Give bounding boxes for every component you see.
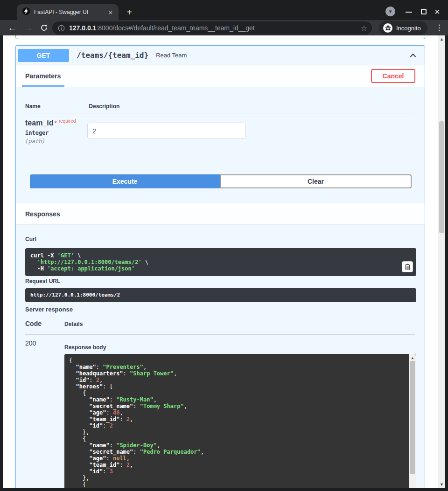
chrome-profile-chevron-icon[interactable]: ▾ bbox=[385, 7, 395, 16]
tab-parameters[interactable]: Parameters bbox=[25, 72, 61, 80]
cancel-button[interactable]: Cancel bbox=[371, 69, 415, 83]
tab-title: FastAPI - Swagger UI bbox=[34, 9, 102, 15]
previous-operation-block-edge bbox=[15, 35, 425, 39]
response-json: { "name": "Preventers", "headquarters": … bbox=[69, 357, 404, 488]
http-method-badge: GET bbox=[18, 49, 69, 62]
team-id-input[interactable] bbox=[87, 123, 246, 139]
responses-section-header: Responses bbox=[16, 203, 425, 225]
maximize-button[interactable] bbox=[421, 9, 427, 14]
parameters-tab-label: Parameters bbox=[25, 72, 61, 80]
copy-to-clipboard-button[interactable] bbox=[402, 261, 413, 272]
execute-row: Execute Clear bbox=[30, 174, 412, 188]
new-tab-button[interactable]: + bbox=[123, 6, 135, 18]
parameters-section-header: Parameters Cancel bbox=[16, 65, 425, 87]
clear-button[interactable]: Clear bbox=[220, 174, 412, 188]
back-button[interactable]: ← bbox=[5, 20, 20, 35]
required-asterisk: * bbox=[54, 119, 56, 127]
swagger-page: GET /teams/{team_id} Read Team Parameter… bbox=[3, 35, 438, 488]
request-url-value: http://127.0.0.1:8000/teams/2 bbox=[30, 292, 120, 298]
incognito-icon bbox=[383, 23, 392, 33]
response-body-label: Response body bbox=[64, 344, 106, 351]
address-bar[interactable]: 127.0.0.1:8000/docs#/default/read_team_t… bbox=[52, 21, 372, 35]
forward-button[interactable]: → bbox=[21, 20, 36, 35]
page-scrollbar[interactable]: ▲ ▼ bbox=[438, 35, 445, 488]
response-scrollbar-thumb[interactable] bbox=[410, 361, 415, 474]
parameter-location: (path) bbox=[25, 138, 86, 145]
code-column-header: Code bbox=[25, 320, 42, 327]
page-scroll-down-icon[interactable]: ▼ bbox=[438, 482, 445, 487]
curl-command-block: curl -X 'GET' \ 'http://127.0.0.1:8000/t… bbox=[25, 248, 416, 276]
browser-menu-icon[interactable]: ⋮ bbox=[433, 20, 445, 35]
active-tab-underline bbox=[22, 85, 64, 87]
response-table-divider bbox=[25, 334, 415, 335]
response-body-block: { "name": "Preventers", "headquarters": … bbox=[64, 354, 416, 488]
site-info-icon[interactable] bbox=[58, 25, 65, 32]
page-scroll-up-icon[interactable]: ▲ bbox=[438, 37, 445, 41]
status-code: 200 bbox=[25, 339, 36, 347]
incognito-badge: Incognito bbox=[379, 21, 427, 35]
tab-close-icon[interactable]: × bbox=[106, 8, 115, 16]
operation-summary-text: Read Team bbox=[156, 52, 187, 59]
fastapi-favicon-icon bbox=[22, 7, 30, 17]
operation-summary[interactable]: GET /teams/{team_id} Read Team bbox=[16, 46, 425, 65]
name-column-header: Name bbox=[25, 103, 87, 110]
url-path: :8000/docs#/default/read_team_teams__tea… bbox=[96, 24, 254, 32]
incognito-label: Incognito bbox=[396, 25, 421, 32]
parameter-name-cell: team_id*required integer (path) bbox=[25, 118, 86, 145]
bookmark-star-icon[interactable]: ☆ bbox=[361, 24, 367, 33]
collapse-chevron-icon[interactable] bbox=[408, 50, 418, 61]
parameters-table-header: Name Description bbox=[25, 103, 415, 113]
parameter-type: integer bbox=[25, 130, 86, 136]
scrollbar-up-icon[interactable]: ▲ bbox=[409, 355, 416, 361]
response-body-scrollbar[interactable]: ▲ bbox=[409, 354, 416, 488]
page-scrollbar-thumb[interactable] bbox=[439, 121, 444, 233]
description-column-header: Description bbox=[89, 103, 119, 110]
browser-tab[interactable]: FastAPI - Swagger UI × bbox=[17, 4, 119, 20]
curl-label: Curl bbox=[25, 236, 36, 242]
url-host: 127.0.0.1 bbox=[69, 24, 96, 32]
url-text: 127.0.0.1:8000/docs#/default/read_team_t… bbox=[69, 24, 357, 32]
server-response-label: Server response bbox=[25, 306, 73, 313]
required-label: required bbox=[59, 118, 76, 124]
tab-strip: FastAPI - Swagger UI × + ▾ × bbox=[0, 0, 448, 20]
get-operation-block: GET /teams/{team_id} Read Team Parameter… bbox=[15, 45, 425, 488]
browser-toolbar: ← → 127.0.0.1:8000/docs#/default/read_te… bbox=[0, 20, 448, 35]
request-url-block: http://127.0.0.1:8000/teams/2 bbox=[25, 288, 416, 302]
minimize-button[interactable] bbox=[406, 12, 412, 13]
details-column-header: Details bbox=[64, 321, 83, 327]
browser-window: FastAPI - Swagger UI × + ▾ × ← → 127.0.0… bbox=[0, 0, 448, 491]
operation-path: /teams/{team_id} bbox=[77, 51, 148, 60]
execute-button[interactable]: Execute bbox=[30, 174, 220, 188]
request-url-label: Request URL bbox=[25, 278, 60, 284]
parameter-name: team_id bbox=[25, 119, 53, 127]
window-close-button[interactable]: × bbox=[434, 6, 440, 18]
reload-button[interactable] bbox=[36, 20, 51, 35]
responses-title: Responses bbox=[25, 210, 60, 218]
